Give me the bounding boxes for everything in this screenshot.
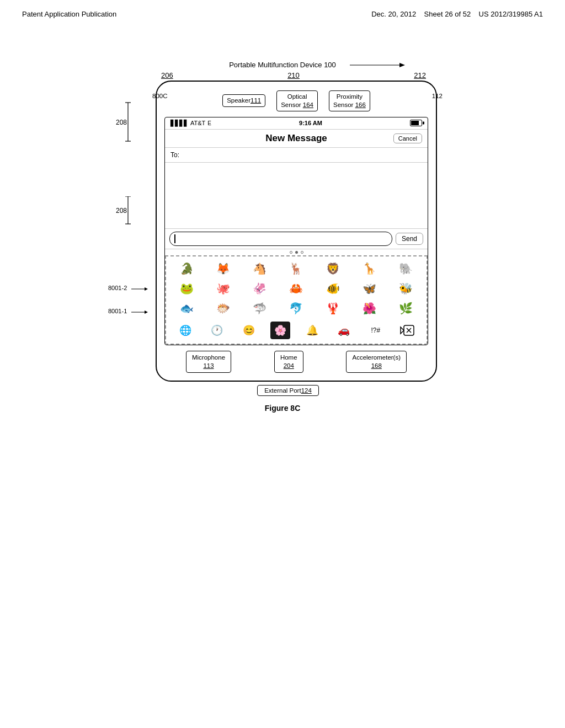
text-input[interactable] — [169, 232, 392, 246]
signal-icon: ▋▋▋▋ — [170, 120, 188, 127]
emoji-14[interactable]: 🐝 — [395, 280, 417, 297]
emoji-10[interactable]: 🦑 — [249, 280, 271, 297]
car-icon-btn[interactable]: 🚗 — [334, 322, 354, 339]
emoji-2[interactable]: 🦊 — [212, 260, 234, 277]
svg-marker-11 — [145, 287, 148, 291]
optical-label: Optical — [281, 93, 313, 101]
svg-text:208: 208 — [116, 207, 127, 215]
clock-icon-btn[interactable]: 🕐 — [207, 322, 227, 339]
globe-icon-btn[interactable]: 🌐 — [175, 322, 195, 339]
microphone-num: 113 — [203, 362, 214, 369]
network-type: E — [207, 120, 211, 126]
device-outer: 800C Speaker111 Optical Sensor 164 Proxi… — [156, 81, 437, 382]
ref-8001-2: 8001-2 — [108, 285, 127, 291]
ref-800c: 800C — [152, 93, 168, 99]
to-label: To: — [170, 151, 179, 159]
emoji-7[interactable]: 🐘 — [395, 260, 417, 277]
device-bottom-components: Microphone 113 Home 204 Accelerometer(s)… — [164, 351, 428, 373]
diagram-container: Portable Multifunction Device 100 206 21… — [128, 61, 437, 413]
emoji-19[interactable]: 🦞 — [322, 299, 344, 317]
external-port-label: External Port — [264, 387, 301, 394]
send-button[interactable]: Send — [396, 233, 423, 245]
emoji-1[interactable]: 🐊 — [175, 260, 198, 277]
to-field: To: — [165, 148, 428, 163]
microphone-label: Microphone — [192, 354, 225, 362]
emoji-row-3: 🐟 🐡 🦈 🐬 🦞 🌺 🌿 — [168, 299, 424, 317]
emoji-18[interactable]: 🐬 — [285, 299, 307, 317]
emoji-5[interactable]: 🦁 — [322, 260, 344, 277]
proximity-label: Proximity — [333, 93, 366, 101]
speaker-num: 111 — [250, 97, 261, 104]
external-port: External Port124 — [257, 385, 319, 396]
accelerometer-num: 168 — [371, 362, 382, 369]
backspace-icon-btn[interactable] — [397, 322, 417, 339]
proximity-num: 166 — [355, 101, 366, 108]
battery-fill — [411, 121, 419, 125]
ref-206: 206 — [161, 71, 173, 79]
patent-publication-label: Patent Application Publication — [22, 10, 116, 18]
status-left: ▋▋▋▋ AT&T E — [170, 120, 211, 127]
symbols-icon-btn[interactable]: !?# — [366, 322, 386, 339]
svg-marker-1 — [399, 63, 405, 67]
ref-112: 112 — [432, 93, 443, 99]
speaker-sensor: Speaker111 — [222, 94, 265, 107]
external-port-row: External Port124 — [139, 385, 437, 396]
emoji-3[interactable]: 🐴 — [249, 260, 271, 277]
bell-icon-btn[interactable]: 🔔 — [302, 322, 322, 339]
emoji-keyboard: 🐊 🦊 🐴 🦌 🦁 🦒 🐘 🐸 🐙 🦑 🦀 � — [165, 255, 428, 345]
sheet-info: Sheet 26 of 52 — [424, 10, 471, 18]
emoji-6[interactable]: 🦒 — [359, 260, 381, 277]
scroll-indicator — [165, 249, 428, 255]
top-sensor-area: 800C Speaker111 Optical Sensor 164 Proxi… — [164, 90, 428, 111]
patent-date: Dec. 20, 2012 — [371, 10, 416, 18]
emoji-20[interactable]: 🌺 — [359, 299, 381, 317]
emoji-21[interactable]: 🌿 — [395, 299, 417, 317]
svg-text:208: 208 — [116, 119, 127, 126]
status-time: 9:16 AM — [299, 120, 322, 126]
external-port-num: 124 — [301, 387, 312, 394]
emoji-16[interactable]: 🐡 — [212, 299, 234, 317]
battery-icon — [410, 120, 422, 126]
device-label: Portable Multifunction Device 100 — [128, 61, 437, 69]
ref-208-label: 208 — [111, 97, 134, 198]
nav-title: New Message — [254, 133, 338, 144]
emoji-12[interactable]: 🐠 — [322, 280, 344, 297]
emoji-17[interactable]: 🦈 — [249, 299, 271, 317]
emoji-15[interactable]: 🐟 — [175, 299, 198, 317]
accelerometer-label: Accelerometer(s) — [352, 354, 401, 362]
cancel-button[interactable]: Cancel — [393, 133, 422, 143]
flower-icon-btn[interactable]: 🌸 — [270, 322, 290, 339]
emoji-4[interactable]: 🦌 — [285, 260, 307, 277]
carrier-label: AT&T — [190, 120, 205, 126]
home-num: 204 — [284, 362, 294, 369]
figure-caption: Figure 8C — [128, 404, 437, 413]
ref-210: 210 — [287, 71, 300, 79]
svg-marker-15 — [401, 327, 404, 334]
dot-3 — [301, 251, 303, 254]
patent-info-right: Dec. 20, 2012 Sheet 26 of 52 US 2012/319… — [371, 10, 543, 18]
emoji-11[interactable]: 🦀 — [285, 280, 307, 297]
home-component: Home 204 — [274, 351, 303, 373]
emoji-13[interactable]: 🦋 — [359, 280, 381, 297]
bottom-icons-row: 🌐 🕐 😊 🌸 🔔 🚗 !?# — [168, 319, 424, 341]
proximity-sensor: Proximity Sensor 166 — [329, 90, 370, 111]
input-bar: Send — [165, 229, 428, 249]
svg-marker-13 — [145, 311, 148, 314]
emoji-row-2: 🐸 🐙 🦑 🦀 🐠 🦋 🐝 — [168, 280, 424, 297]
ref-212: 212 — [414, 71, 426, 79]
nav-bar: New Message Cancel — [165, 130, 428, 148]
emoji-9[interactable]: 🐙 — [212, 280, 234, 297]
patent-number: US 2012/319985 A1 — [479, 10, 543, 18]
dot-2 — [295, 251, 298, 254]
screen: ▋▋▋▋ AT&T E 9:16 AM New Message Cancel — [164, 117, 428, 345]
emoji-8[interactable]: 🐸 — [175, 280, 198, 297]
status-bar: ▋▋▋▋ AT&T E 9:16 AM — [165, 117, 428, 130]
message-body[interactable] — [165, 163, 428, 229]
optical-sensor: Optical Sensor 164 — [276, 90, 318, 111]
smile-icon-btn[interactable]: 😊 — [239, 322, 259, 339]
cursor — [174, 234, 175, 243]
emoji-row-1: 🐊 🦊 🐴 🦌 🦁 🦒 🐘 — [168, 260, 424, 277]
microphone-component: Microphone 113 — [186, 351, 231, 373]
optical-num: 164 — [303, 101, 313, 108]
speaker-label: Speaker111 — [227, 97, 261, 104]
